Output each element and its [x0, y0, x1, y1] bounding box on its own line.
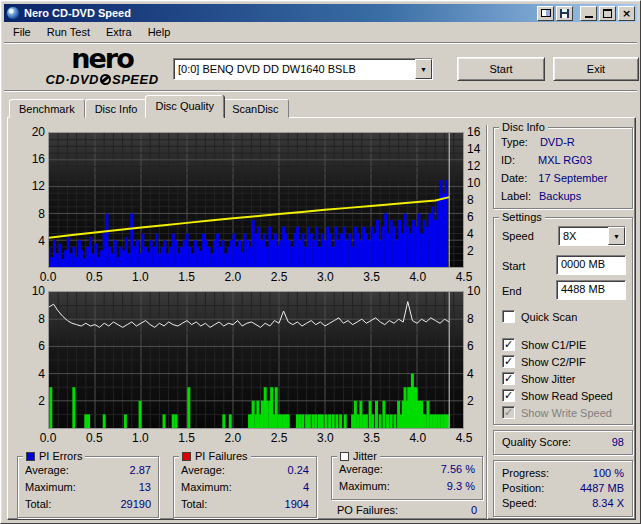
pi-failures-title-text: PI Failures	[195, 450, 248, 462]
pi-failures-chart	[48, 291, 464, 429]
nero-logo-text: nero	[37, 45, 167, 72]
position-value: 4487 MB	[580, 482, 624, 494]
axis-tick: 1.5	[174, 270, 200, 284]
show-write-speed-label: Show Write Speed	[521, 407, 612, 419]
end-mb-field[interactable]: 4488 MB	[556, 280, 626, 300]
show-c2-pif-checkbox[interactable]: ✓ Show C2/PIF	[502, 355, 586, 368]
pi-errors-chart-canvas	[49, 133, 463, 267]
axis-tick: 2	[19, 394, 45, 408]
show-jitter-checkbox-box[interactable]: ✓	[502, 372, 515, 385]
header-separator	[4, 90, 637, 92]
disc-info-title: Disc Info	[499, 121, 548, 133]
minimize-button[interactable]	[580, 6, 597, 21]
menu-help[interactable]: Help	[140, 24, 179, 40]
pi-errors-chart	[48, 132, 464, 268]
tab-scandisc[interactable]: ScanDisc	[222, 99, 288, 118]
show-jitter-checkbox[interactable]: ✓ Show Jitter	[502, 372, 575, 385]
show-c1-pie-checkbox-box[interactable]: ✓	[502, 338, 515, 351]
axis-tick: 4	[19, 367, 45, 381]
disc-label-value: Backups	[539, 190, 625, 202]
pi-errors-avg-label: Average:	[25, 464, 69, 476]
axis-tick: 1.5	[174, 431, 200, 445]
axis-tick: 10	[19, 284, 45, 298]
pi-errors-max-label: Maximum:	[25, 481, 76, 493]
show-c1-pie-checkbox[interactable]: ✓ Show C1/PIE	[502, 338, 586, 351]
axis-tick: 8	[19, 312, 45, 326]
tab-disc-quality[interactable]: Disc Quality	[145, 95, 224, 118]
start-button[interactable]: Start	[457, 57, 545, 81]
tab-disc-info[interactable]: Disc Info	[85, 99, 148, 118]
show-write-speed-checkbox: ✓ Show Write Speed	[502, 406, 612, 419]
disc-id-value: MXL RG03	[538, 154, 625, 166]
disc-date-value: 17 September	[538, 172, 625, 184]
menu-extra[interactable]: Extra	[98, 24, 140, 40]
tab-benchmark[interactable]: Benchmark	[9, 99, 85, 118]
axis-tick: 3.5	[359, 431, 385, 445]
close-icon: ×	[622, 8, 631, 19]
pi-failures-max-value: 4	[303, 481, 309, 493]
close-button[interactable]: ×	[618, 6, 635, 21]
jitter-avg-value: 7.56 %	[441, 463, 475, 475]
axis-tick: 8	[19, 207, 45, 221]
menu-run-test[interactable]: Run Test	[39, 24, 98, 40]
quality-score-label: Quality Score:	[502, 436, 571, 448]
app-window: Nero CD-DVD Speed × File Run Test Extra …	[0, 0, 641, 524]
maximize-button[interactable]	[599, 6, 616, 21]
end-mb-label: End	[502, 285, 522, 297]
quick-scan-label: Quick Scan	[521, 311, 577, 323]
nero-logo: nero CD·DVDSPEED	[37, 45, 167, 86]
title-bar[interactable]: Nero CD-DVD Speed ×	[4, 4, 637, 22]
pi-failures-stats-title: PI Failures	[179, 450, 251, 462]
drive-select-arrow-icon[interactable]: ▼	[415, 59, 432, 79]
logo-cddvd: CD·DVD	[45, 73, 99, 86]
settings-title: Settings	[499, 211, 545, 223]
speed-label: Speed	[502, 230, 534, 242]
jitter-title-text: Jitter	[353, 450, 377, 462]
settings-group: Settings Speed 8X ▼ Start 0000 MB End 44…	[493, 217, 633, 425]
drive-select-value: [0:0] BENQ DVD DD DW1640 BSLB	[174, 63, 415, 75]
show-c2-pif-checkbox-box[interactable]: ✓	[502, 355, 515, 368]
jitter-max-value: 9.3 %	[447, 480, 475, 492]
drive-select[interactable]: [0:0] BENQ DVD DD DW1640 BSLB ▼	[173, 58, 433, 80]
po-failures-value: 0	[471, 504, 477, 516]
pi-failures-chart-canvas	[49, 292, 463, 428]
speed-select-value: 8X	[559, 230, 608, 242]
quick-scan-checkbox[interactable]: ✓ Quick Scan	[502, 310, 577, 323]
speed-select-arrow-icon[interactable]: ▼	[608, 227, 625, 245]
pi-errors-avg-value: 2.87	[130, 464, 151, 476]
jitter-swatch	[340, 452, 349, 461]
axis-tick: 2.0	[220, 431, 246, 445]
axis-tick: 0.5	[81, 270, 107, 284]
pi-failures-stats-group: PI Failures Average:0.24 Maximum:4 Total…	[173, 456, 317, 518]
disc-type-label: Type:	[501, 136, 528, 148]
progress-label: Progress:	[502, 467, 549, 479]
menu-file[interactable]: File	[4, 24, 39, 40]
speed-select[interactable]: 8X ▼	[558, 226, 626, 246]
progress-panel: Progress: 100 % Position: 4487 MB Speed:…	[493, 460, 633, 517]
exit-button[interactable]: Exit	[553, 57, 639, 81]
jitter-max-label: Maximum:	[339, 480, 390, 492]
pi-errors-total-label: Total:	[25, 498, 51, 510]
axis-tick: 2.0	[220, 270, 246, 284]
disc-type-value: DVD-R	[540, 136, 625, 148]
axis-tick: 4.5	[451, 270, 477, 284]
logo-speed: SPEED	[112, 73, 159, 86]
axis-tick: 4.5	[451, 431, 477, 445]
start-mb-field[interactable]: 0000 MB	[556, 255, 626, 275]
show-read-speed-checkbox[interactable]: ✓ Show Read Speed	[502, 389, 613, 402]
jitter-stats-group: Jitter Average:7.56 % Maximum:9.3 %	[331, 456, 483, 500]
axis-tick: 0.0	[35, 270, 61, 284]
disc-slash-icon	[100, 74, 111, 85]
speed-readout-label: Speed:	[502, 497, 537, 509]
report-button[interactable]	[537, 6, 554, 21]
pi-errors-stats-title: PI Errors	[23, 450, 85, 462]
axis-tick: 3.0	[312, 431, 338, 445]
pi-failures-total-value: 1904	[285, 498, 309, 510]
axis-tick: 3.0	[312, 270, 338, 284]
quick-scan-checkbox-box[interactable]: ✓	[502, 310, 515, 323]
save-button[interactable]	[556, 6, 573, 21]
axis-tick: 6	[19, 339, 45, 353]
quality-score-value: 98	[612, 436, 624, 448]
progress-value: 100 %	[593, 467, 624, 479]
show-read-speed-checkbox-box[interactable]: ✓	[502, 389, 515, 402]
